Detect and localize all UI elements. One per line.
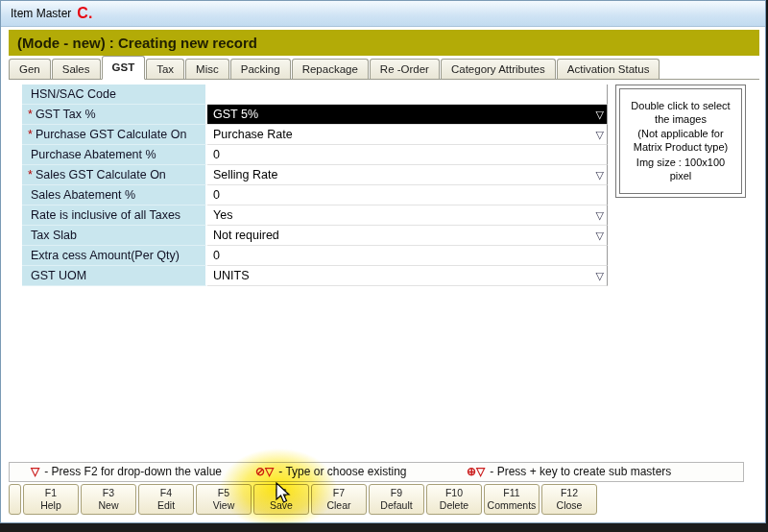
- form-row-hsn-sac-code: HSN/SAC Code: [22, 85, 608, 105]
- window-title: Item Master: [11, 7, 71, 20]
- dropdown-arrow-icon[interactable]: ▽: [596, 226, 604, 245]
- image-select-panel-text: Double click to select the images (Not a…: [619, 88, 742, 194]
- tab-gen[interactable]: Gen: [9, 59, 51, 79]
- form-row-purchase-abatement: Purchase Abatement % 0: [22, 145, 608, 165]
- form-row-sales-abatement: Sales Abatement % 0: [22, 185, 608, 206]
- legend-item-create-sub-masters: ⊕▽- Press + key to create sub masters: [467, 463, 671, 481]
- legend-item-type-or-choose: ⊘▽- Type or choose existing: [255, 463, 406, 481]
- field-sales-abatement[interactable]: 0: [207, 185, 608, 206]
- app-logo: C.: [77, 5, 92, 22]
- field-hsn-sac-code[interactable]: [207, 85, 608, 105]
- field-tax-slab[interactable]: Not required▽: [207, 226, 608, 246]
- form-row-extra-cess: Extra cess Amount(Per Qty) 0: [22, 246, 608, 266]
- screen: Item Master C. (Mode - new) : Creating n…: [0, 0, 768, 532]
- label-hsn-sac-code: HSN/SAC Code: [22, 85, 207, 105]
- label-sales-abatement: Sales Abatement %: [22, 185, 207, 206]
- tab-repackage[interactable]: Repackage: [292, 59, 369, 79]
- form-row-rate-inclusive: Rate is inclusive of all Taxes Yes▽: [22, 206, 608, 226]
- label-gst-uom: GST UOM: [22, 266, 207, 286]
- field-purchase-abatement[interactable]: 0: [207, 145, 608, 165]
- tab-misc[interactable]: Misc: [185, 59, 229, 79]
- label-purchase-gst-calculate-on: *Purchase GST Calculate On: [22, 125, 207, 145]
- tab-activation-status[interactable]: Activation Status: [557, 59, 660, 79]
- dropdown-arrow-icon[interactable]: ▽: [596, 165, 604, 184]
- f3-new-button[interactable]: F3New: [81, 484, 136, 515]
- f1-help-button[interactable]: F1Help: [23, 484, 79, 515]
- field-rate-inclusive[interactable]: Yes▽: [207, 206, 608, 226]
- dropdown-triangle-icon: ▽: [31, 465, 39, 478]
- tab-reorder[interactable]: Re -Order: [370, 59, 440, 79]
- field-purchase-gst-calculate-on[interactable]: Purchase Rate▽: [207, 125, 608, 145]
- f9-default-button[interactable]: F9Default: [369, 484, 424, 515]
- form-row-gst-tax: *GST Tax % GST 5%▽: [22, 105, 608, 125]
- dropdown-arrow-icon[interactable]: ▽: [596, 206, 604, 225]
- button-spacer: [9, 484, 21, 515]
- label-extra-cess: Extra cess Amount(Per Qty): [22, 246, 207, 266]
- f4-edit-button[interactable]: F4Edit: [138, 484, 194, 515]
- f7-clear-button[interactable]: F7Clear: [311, 484, 367, 515]
- label-rate-inclusive: Rate is inclusive of all Taxes: [22, 206, 207, 226]
- f11-comments-button[interactable]: F11Comments: [484, 484, 540, 515]
- form-row-tax-slab: Tax Slab Not required▽: [22, 226, 608, 246]
- tab-bar: Gen Sales GST Tax Misc Packing Repackage…: [9, 57, 759, 80]
- form-row-gst-uom: GST UOM UNITS▽: [22, 266, 608, 286]
- tab-gst[interactable]: GST: [102, 56, 146, 80]
- gst-form: HSN/SAC Code *GST Tax % GST 5%▽ *Purchas…: [22, 85, 608, 286]
- dropdown-arrow-icon[interactable]: ▽: [596, 105, 604, 124]
- f12-close-button[interactable]: F12Close: [541, 484, 597, 515]
- field-gst-uom[interactable]: UNITS▽: [207, 266, 608, 286]
- form-row-purchase-gst-calculate-on: *Purchase GST Calculate On Purchase Rate…: [22, 125, 608, 145]
- plus-circle-triangle-icon: ⊕▽: [467, 465, 485, 478]
- field-sales-gst-calculate-on[interactable]: Selling Rate▽: [207, 165, 608, 185]
- form-row-sales-gst-calculate-on: *Sales GST Calculate On Selling Rate▽: [22, 165, 608, 185]
- mode-header: (Mode - new) : Creating new record: [9, 30, 759, 56]
- label-tax-slab: Tax Slab: [22, 226, 207, 246]
- label-sales-gst-calculate-on: *Sales GST Calculate On: [22, 165, 207, 185]
- window-titlebar: Item Master C.: [1, 1, 765, 27]
- field-gst-tax[interactable]: GST 5%▽: [207, 105, 608, 125]
- tab-packing[interactable]: Packing: [230, 59, 291, 79]
- label-purchase-abatement: Purchase Abatement %: [22, 145, 207, 165]
- dropdown-arrow-icon[interactable]: ▽: [596, 266, 604, 285]
- f5-view-button[interactable]: F5View: [196, 484, 252, 515]
- legend-bar: ▽- Press F2 for drop-down the value ⊘▽- …: [9, 462, 744, 482]
- legend-item-dropdown: ▽- Press F2 for drop-down the value: [31, 463, 222, 481]
- f10-delete-button[interactable]: F10Delete: [426, 484, 482, 515]
- label-gst-tax: *GST Tax %: [22, 105, 207, 125]
- f6-save-button[interactable]: F6Save: [253, 484, 309, 515]
- dropdown-arrow-icon[interactable]: ▽: [596, 125, 604, 144]
- no-entry-triangle-icon: ⊘▽: [255, 465, 274, 478]
- tab-sales[interactable]: Sales: [52, 59, 101, 79]
- function-button-bar: F1Help F3New F4Edit F5View F6Save F7Clea…: [9, 484, 597, 516]
- tab-tax[interactable]: Tax: [146, 59, 184, 79]
- tab-category-attributes[interactable]: Category Attributes: [441, 59, 556, 79]
- image-select-panel[interactable]: Double click to select the images (Not a…: [615, 85, 746, 198]
- desktop-edge: [0, 523, 768, 532]
- item-master-window: Item Master C. (Mode - new) : Creating n…: [0, 0, 766, 523]
- field-extra-cess[interactable]: 0: [207, 246, 608, 266]
